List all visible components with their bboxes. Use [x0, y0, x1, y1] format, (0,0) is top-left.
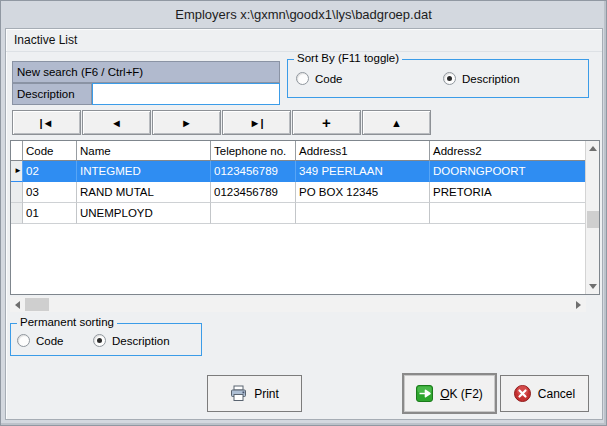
grid-body: ► 02 INTEGMED 0123456789 349 PEERLAAN DO…: [11, 161, 599, 224]
inactive-list-panel: Inactive List New search (F6 / Ctrl+F) D…: [5, 28, 603, 420]
scroll-left-button[interactable]: [10, 297, 25, 312]
window-title: Employers x:\gxmn\goodx1\lys\badgroep.da…: [1, 1, 606, 28]
new-search-header: New search (F6 / Ctrl+F): [12, 61, 280, 83]
table-row[interactable]: 03 RAND MUTAL 0123456789 PO BOX 12345 PR…: [11, 182, 587, 203]
chevron-down-icon: [589, 284, 597, 289]
printer-icon: [230, 385, 247, 402]
next-record-icon: ►: [181, 117, 192, 129]
ok-label: OK (F2): [440, 387, 483, 401]
cell-name[interactable]: INTEGMED: [77, 161, 211, 182]
cell-address2[interactable]: [430, 203, 587, 224]
nav-next-button[interactable]: ►: [152, 110, 221, 135]
nav-up-button[interactable]: ▲: [362, 110, 431, 135]
horizontal-scroll-thumb[interactable]: [25, 298, 49, 311]
cell-address1[interactable]: PO BOX 12345: [296, 182, 430, 203]
row-indicator: [11, 203, 23, 224]
radio-selected-icon[interactable]: [443, 72, 456, 85]
move-up-icon: ▲: [391, 117, 402, 129]
vertical-scroll-thumb[interactable]: [587, 211, 599, 228]
column-header-address2[interactable]: Address2: [430, 141, 587, 161]
sort-by-description-radio[interactable]: Description: [443, 72, 520, 85]
table-row[interactable]: ► 02 INTEGMED 0123456789 349 PEERLAAN DO…: [11, 161, 587, 182]
permanent-description-radio[interactable]: Description: [93, 334, 170, 347]
column-header-address1[interactable]: Address1: [296, 141, 430, 161]
sort-by-code-radio[interactable]: Code: [296, 72, 343, 85]
chevron-up-icon: [589, 146, 597, 151]
cell-telephone[interactable]: 0123456789: [211, 161, 296, 182]
current-row-indicator: ►: [11, 161, 23, 182]
row-arrow-icon: ►: [14, 167, 22, 175]
nav-insert-button[interactable]: +: [292, 110, 361, 135]
cell-address2[interactable]: DOORNGPOORT: [430, 161, 587, 182]
column-header-name[interactable]: Name: [77, 141, 211, 161]
scroll-right-button[interactable]: [571, 297, 586, 312]
print-button[interactable]: Print: [207, 375, 302, 412]
nav-last-button[interactable]: ►|: [222, 110, 291, 135]
cell-address1[interactable]: 349 PEERLAAN: [296, 161, 430, 182]
search-field-label: Description: [12, 83, 92, 105]
employers-window: Employers x:\gxmn\goodx1\lys\badgroep.da…: [0, 0, 607, 426]
first-record-icon: |◄: [40, 117, 54, 129]
chevron-right-icon: [576, 301, 581, 309]
employers-grid: Code Name Telephone no. Address1 Address…: [10, 140, 600, 295]
cell-address1[interactable]: [296, 203, 430, 224]
cancel-button[interactable]: Cancel: [500, 375, 589, 412]
cell-name[interactable]: UNEMPLOYD: [77, 203, 211, 224]
indicator-column-header: [11, 141, 23, 161]
chevron-left-icon: [15, 301, 20, 309]
column-header-telephone[interactable]: Telephone no.: [211, 141, 296, 161]
cell-code[interactable]: 02: [23, 161, 77, 182]
cell-name[interactable]: RAND MUTAL: [77, 182, 211, 203]
cell-address2[interactable]: PRETORIA: [430, 182, 587, 203]
permanent-sorting-label: Permanent sorting: [17, 316, 117, 328]
last-record-icon: ►|: [250, 117, 264, 129]
ok-button[interactable]: OK (F2): [402, 373, 497, 414]
horizontal-scrollbar[interactable]: [10, 297, 586, 312]
row-indicator: [11, 182, 23, 203]
ok-arrow-icon: [416, 385, 433, 402]
prior-record-icon: ◄: [111, 117, 122, 129]
scroll-up-button[interactable]: [586, 141, 599, 156]
cancel-label: Cancel: [538, 387, 575, 401]
grid-header-row: Code Name Telephone no. Address1 Address…: [11, 141, 587, 161]
cell-telephone[interactable]: [211, 203, 296, 224]
radio-icon[interactable]: [17, 334, 30, 347]
cell-code[interactable]: 01: [23, 203, 77, 224]
insert-record-icon: +: [322, 114, 331, 131]
search-input[interactable]: [92, 83, 280, 105]
cell-telephone[interactable]: 0123456789: [211, 182, 296, 203]
print-label: Print: [254, 387, 279, 401]
radio-label: Code: [315, 73, 343, 85]
sort-by-group: Sort By (F11 toggle) Code Description: [287, 59, 589, 98]
cancel-x-icon: [514, 385, 531, 402]
nav-prior-button[interactable]: ◄: [82, 110, 151, 135]
table-row[interactable]: 01 UNEMPLOYD: [11, 203, 587, 224]
radio-icon[interactable]: [296, 72, 309, 85]
sort-by-label: Sort By (F11 toggle): [294, 52, 402, 64]
column-header-code[interactable]: Code: [23, 141, 77, 161]
radio-label: Code: [36, 335, 64, 347]
scroll-down-button[interactable]: [586, 279, 599, 294]
cell-code[interactable]: 03: [23, 182, 77, 203]
radio-selected-icon[interactable]: [93, 334, 106, 347]
radio-label: Description: [112, 335, 170, 347]
permanent-code-radio[interactable]: Code: [17, 334, 64, 347]
radio-label: Description: [462, 73, 520, 85]
panel-caption: Inactive List: [14, 33, 77, 47]
vertical-scrollbar[interactable]: [585, 141, 599, 294]
permanent-sorting-group: Permanent sorting Code Description: [10, 323, 202, 356]
nav-first-button[interactable]: |◄: [12, 110, 81, 135]
